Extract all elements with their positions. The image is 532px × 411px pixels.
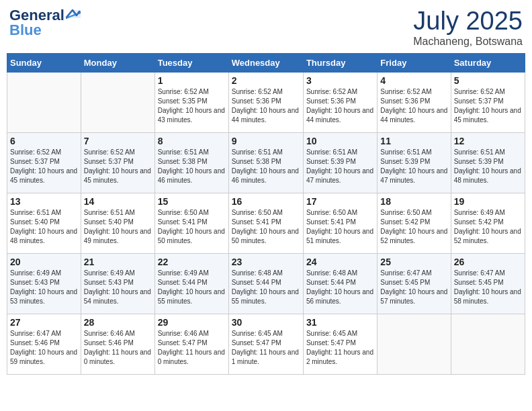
calendar-cell: 12Sunrise: 6:51 AM Sunset: 5:39 PM Dayli… xyxy=(451,133,525,193)
day-number: 12 xyxy=(454,136,522,146)
title-section: July 2025 Machaneng, Botswana xyxy=(413,7,523,48)
day-info: Sunrise: 6:51 AM Sunset: 5:40 PM Dayligh… xyxy=(84,208,152,246)
day-number: 20 xyxy=(10,257,78,267)
day-info: Sunrise: 6:52 AM Sunset: 5:36 PM Dayligh… xyxy=(306,87,374,125)
day-number: 17 xyxy=(306,196,374,207)
calendar-cell: 8Sunrise: 6:51 AM Sunset: 5:38 PM Daylig… xyxy=(154,133,228,193)
day-number: 11 xyxy=(380,136,447,146)
day-number: 25 xyxy=(380,257,447,267)
day-info: Sunrise: 6:52 AM Sunset: 5:37 PM Dayligh… xyxy=(84,148,152,185)
day-info: Sunrise: 6:48 AM Sunset: 5:44 PM Dayligh… xyxy=(306,269,374,306)
day-number: 5 xyxy=(454,75,522,86)
calendar-cell xyxy=(81,73,154,133)
day-number: 14 xyxy=(84,196,152,207)
day-header-thursday: Thursday xyxy=(303,54,377,73)
calendar-cell: 23Sunrise: 6:48 AM Sunset: 5:44 PM Dayli… xyxy=(228,254,303,314)
calendar-cell: 22Sunrise: 6:49 AM Sunset: 5:44 PM Dayli… xyxy=(154,254,228,314)
calendar-cell xyxy=(7,73,81,133)
day-number: 18 xyxy=(380,196,447,207)
month-title: July 2025 xyxy=(413,7,523,36)
day-header-wednesday: Wednesday xyxy=(228,54,303,73)
day-info: Sunrise: 6:52 AM Sunset: 5:36 PM Dayligh… xyxy=(232,87,300,125)
day-info: Sunrise: 6:47 AM Sunset: 5:45 PM Dayligh… xyxy=(380,269,447,306)
day-number: 2 xyxy=(232,75,300,86)
day-info: Sunrise: 6:46 AM Sunset: 5:47 PM Dayligh… xyxy=(158,329,226,367)
day-info: Sunrise: 6:50 AM Sunset: 5:42 PM Dayligh… xyxy=(380,208,447,246)
calendar-cell: 10Sunrise: 6:51 AM Sunset: 5:39 PM Dayli… xyxy=(303,133,377,193)
day-info: Sunrise: 6:51 AM Sunset: 5:38 PM Dayligh… xyxy=(158,148,226,185)
logo: General Blue xyxy=(9,7,81,39)
calendar-cell: 11Sunrise: 6:51 AM Sunset: 5:39 PM Dayli… xyxy=(378,133,451,193)
calendar-cell: 24Sunrise: 6:48 AM Sunset: 5:44 PM Dayli… xyxy=(303,254,377,314)
day-info: Sunrise: 6:51 AM Sunset: 5:39 PM Dayligh… xyxy=(454,148,522,185)
location: Machaneng, Botswana xyxy=(413,36,523,48)
day-header-tuesday: Tuesday xyxy=(154,54,228,73)
day-header-saturday: Saturday xyxy=(451,54,525,73)
day-info: Sunrise: 6:50 AM Sunset: 5:41 PM Dayligh… xyxy=(158,208,226,246)
day-info: Sunrise: 6:49 AM Sunset: 5:43 PM Dayligh… xyxy=(10,269,78,306)
calendar-header-row: SundayMondayTuesdayWednesdayThursdayFrid… xyxy=(7,54,525,73)
day-number: 19 xyxy=(454,196,522,207)
day-info: Sunrise: 6:51 AM Sunset: 5:39 PM Dayligh… xyxy=(306,148,374,185)
day-info: Sunrise: 6:45 AM Sunset: 5:47 PM Dayligh… xyxy=(232,329,300,367)
day-header-sunday: Sunday xyxy=(7,54,81,73)
calendar-week-3: 13Sunrise: 6:51 AM Sunset: 5:40 PM Dayli… xyxy=(7,193,525,254)
day-number: 26 xyxy=(454,257,522,267)
day-info: Sunrise: 6:49 AM Sunset: 5:44 PM Dayligh… xyxy=(158,269,226,306)
calendar-cell: 27Sunrise: 6:47 AM Sunset: 5:46 PM Dayli… xyxy=(7,314,81,375)
day-number: 16 xyxy=(232,196,300,207)
day-info: Sunrise: 6:47 AM Sunset: 5:45 PM Dayligh… xyxy=(454,269,522,306)
day-number: 28 xyxy=(84,317,152,328)
day-info: Sunrise: 6:52 AM Sunset: 5:37 PM Dayligh… xyxy=(454,87,522,125)
day-number: 22 xyxy=(158,257,226,267)
page-header: General Blue July 2025 Machaneng, Botswa… xyxy=(7,7,525,48)
day-number: 21 xyxy=(84,257,152,267)
calendar-cell: 1Sunrise: 6:52 AM Sunset: 5:35 PM Daylig… xyxy=(154,73,228,133)
calendar-cell: 28Sunrise: 6:46 AM Sunset: 5:46 PM Dayli… xyxy=(81,314,154,375)
day-number: 6 xyxy=(10,136,78,146)
day-number: 4 xyxy=(380,75,447,86)
calendar-cell: 25Sunrise: 6:47 AM Sunset: 5:45 PM Dayli… xyxy=(378,254,451,314)
calendar-cell: 7Sunrise: 6:52 AM Sunset: 5:37 PM Daylig… xyxy=(81,133,154,193)
day-number: 1 xyxy=(158,75,226,86)
day-number: 27 xyxy=(10,317,78,328)
calendar-cell: 17Sunrise: 6:50 AM Sunset: 5:41 PM Dayli… xyxy=(303,193,377,254)
logo-icon xyxy=(66,9,81,19)
day-header-friday: Friday xyxy=(378,54,451,73)
calendar-cell: 4Sunrise: 6:52 AM Sunset: 5:36 PM Daylig… xyxy=(378,73,451,133)
day-number: 8 xyxy=(158,136,226,146)
logo-blue: Blue xyxy=(9,21,42,39)
calendar-cell: 20Sunrise: 6:49 AM Sunset: 5:43 PM Dayli… xyxy=(7,254,81,314)
day-number: 15 xyxy=(158,196,226,207)
calendar-cell: 9Sunrise: 6:51 AM Sunset: 5:38 PM Daylig… xyxy=(228,133,303,193)
calendar-cell xyxy=(378,314,451,375)
day-info: Sunrise: 6:52 AM Sunset: 5:36 PM Dayligh… xyxy=(380,87,447,125)
calendar-cell: 19Sunrise: 6:49 AM Sunset: 5:42 PM Dayli… xyxy=(451,193,525,254)
calendar-table: SundayMondayTuesdayWednesdayThursdayFrid… xyxy=(7,53,525,375)
day-number: 9 xyxy=(232,136,300,146)
day-info: Sunrise: 6:46 AM Sunset: 5:46 PM Dayligh… xyxy=(84,329,152,367)
day-info: Sunrise: 6:51 AM Sunset: 5:38 PM Dayligh… xyxy=(232,148,300,185)
day-info: Sunrise: 6:50 AM Sunset: 5:41 PM Dayligh… xyxy=(306,208,374,246)
calendar-cell: 26Sunrise: 6:47 AM Sunset: 5:45 PM Dayli… xyxy=(451,254,525,314)
calendar-cell: 14Sunrise: 6:51 AM Sunset: 5:40 PM Dayli… xyxy=(81,193,154,254)
day-header-monday: Monday xyxy=(81,54,154,73)
calendar-cell: 5Sunrise: 6:52 AM Sunset: 5:37 PM Daylig… xyxy=(451,73,525,133)
calendar-cell: 21Sunrise: 6:49 AM Sunset: 5:43 PM Dayli… xyxy=(81,254,154,314)
day-info: Sunrise: 6:51 AM Sunset: 5:40 PM Dayligh… xyxy=(10,208,78,246)
calendar-cell: 30Sunrise: 6:45 AM Sunset: 5:47 PM Dayli… xyxy=(228,314,303,375)
day-number: 24 xyxy=(306,257,374,267)
calendar-week-1: 1Sunrise: 6:52 AM Sunset: 5:35 PM Daylig… xyxy=(7,73,525,133)
calendar-cell: 16Sunrise: 6:50 AM Sunset: 5:41 PM Dayli… xyxy=(228,193,303,254)
calendar-cell: 13Sunrise: 6:51 AM Sunset: 5:40 PM Dayli… xyxy=(7,193,81,254)
calendar-cell: 6Sunrise: 6:52 AM Sunset: 5:37 PM Daylig… xyxy=(7,133,81,193)
day-info: Sunrise: 6:50 AM Sunset: 5:41 PM Dayligh… xyxy=(232,208,300,246)
day-number: 7 xyxy=(84,136,152,146)
day-info: Sunrise: 6:47 AM Sunset: 5:46 PM Dayligh… xyxy=(10,329,78,367)
day-number: 29 xyxy=(158,317,226,328)
day-info: Sunrise: 6:49 AM Sunset: 5:43 PM Dayligh… xyxy=(84,269,152,306)
calendar-week-5: 27Sunrise: 6:47 AM Sunset: 5:46 PM Dayli… xyxy=(7,314,525,375)
day-info: Sunrise: 6:52 AM Sunset: 5:35 PM Dayligh… xyxy=(158,87,226,125)
calendar-week-4: 20Sunrise: 6:49 AM Sunset: 5:43 PM Dayli… xyxy=(7,254,525,314)
calendar-cell: 2Sunrise: 6:52 AM Sunset: 5:36 PM Daylig… xyxy=(228,73,303,133)
